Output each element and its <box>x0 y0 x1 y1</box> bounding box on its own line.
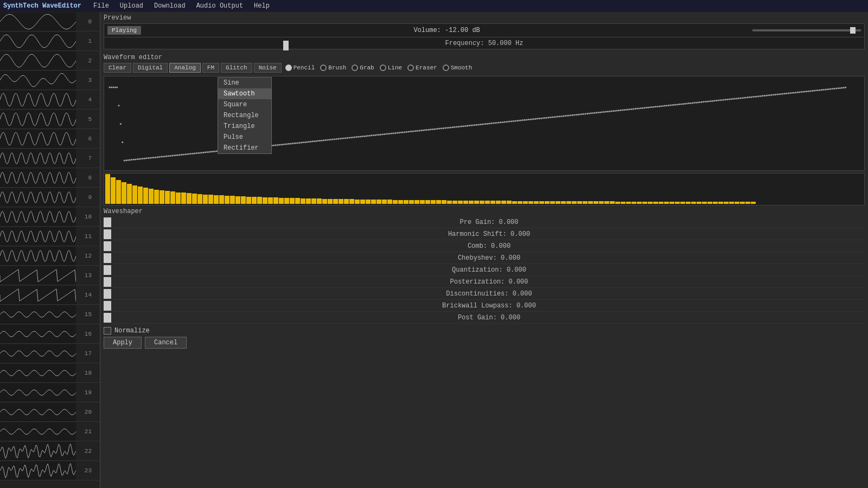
dropdown-rectangle[interactable]: Rectangle <box>218 110 271 121</box>
slider-thumb-5[interactable] <box>104 277 111 287</box>
svg-point-235 <box>542 117 544 119</box>
dropdown-square[interactable]: Square <box>218 99 271 110</box>
svg-point-237 <box>546 117 547 119</box>
svg-point-112 <box>315 140 317 142</box>
menu-help[interactable]: Help <box>250 1 274 11</box>
svg-point-18 <box>142 158 144 159</box>
volume-slider-container[interactable] <box>752 29 861 31</box>
svg-point-303 <box>668 105 669 106</box>
digital-button[interactable]: Digital <box>133 63 168 73</box>
sidebar-wave-12[interactable]: 12 <box>0 246 100 266</box>
analog-button[interactable]: Analog <box>169 63 201 73</box>
analog-dropdown[interactable]: Sine Sawtooth Square Rectangle Triangle … <box>218 77 272 154</box>
brush-radio <box>320 65 327 71</box>
harmonic-bar <box>648 202 653 204</box>
wave-svg-23 <box>0 461 76 480</box>
svg-point-321 <box>701 101 703 103</box>
tool-pencil[interactable]: Pencil <box>285 65 315 71</box>
sidebar-wave-16[interactable]: 16 <box>0 324 100 344</box>
svg-point-367 <box>786 93 787 94</box>
slider-label-2: Comb: 0.000 <box>113 242 865 250</box>
sidebar-wave-3[interactable]: 3 <box>0 70 100 90</box>
menu-download[interactable]: Download <box>150 1 190 11</box>
sidebar-wave-23[interactable]: 23 <box>0 461 100 480</box>
normalize-checkbox[interactable] <box>104 327 111 335</box>
dropdown-sine[interactable]: Sine <box>218 78 271 88</box>
slider-thumb-0[interactable] <box>104 217 111 227</box>
sidebar-wave-17[interactable]: 17 <box>0 344 100 363</box>
slider-thumb-6[interactable] <box>104 289 111 299</box>
tool-brush[interactable]: Brush <box>320 65 346 71</box>
slider-thumb-8[interactable] <box>104 313 111 323</box>
svg-point-108 <box>308 141 310 143</box>
menu-audio-output[interactable]: Audio Output <box>192 1 247 11</box>
harmonic-canvas[interactable] <box>104 173 865 206</box>
svg-point-257 <box>583 113 584 115</box>
svg-point-343 <box>742 97 743 99</box>
harmonic-bar <box>398 200 403 204</box>
svg-point-214 <box>503 121 505 123</box>
slider-thumb-1[interactable] <box>104 229 111 239</box>
sidebar-wave-0[interactable]: 0 <box>0 12 100 31</box>
svg-point-195 <box>469 125 470 126</box>
harmonic-bar <box>393 200 398 204</box>
harmonic-bar <box>577 201 582 204</box>
svg-point-290 <box>644 107 646 108</box>
harmonic-bar <box>447 201 452 204</box>
sidebar-wave-10[interactable]: 10 <box>0 207 100 227</box>
sidebar-wave-7[interactable]: 7 <box>0 149 100 168</box>
svg-point-328 <box>714 100 716 101</box>
sidebar-wave-1[interactable]: 1 <box>0 31 100 51</box>
noise-button[interactable]: Noise <box>254 63 282 73</box>
sidebar-wave-11[interactable]: 11 <box>0 227 100 246</box>
sidebar-wave-15[interactable]: 15 <box>0 305 100 324</box>
dropdown-rectifier[interactable]: Rectifier <box>218 143 271 153</box>
svg-point-212 <box>500 121 501 123</box>
tool-smooth[interactable]: Smooth <box>443 65 473 71</box>
dropdown-triangle[interactable]: Triangle <box>218 121 271 132</box>
tool-line[interactable]: Line <box>380 65 402 71</box>
slider-label-3: Chebyshev: 0.000 <box>113 254 865 262</box>
slider-label-8: Post Gain: 0.000 <box>113 314 865 322</box>
sidebar-wave-18[interactable]: 18 <box>0 363 100 383</box>
svg-point-9 <box>125 159 127 161</box>
sidebar-wave-4[interactable]: 4 <box>0 90 100 110</box>
svg-point-378 <box>806 91 808 92</box>
apply-button[interactable]: Apply <box>104 337 142 349</box>
dropdown-sawtooth[interactable]: Sawtooth <box>218 88 271 99</box>
sidebar-wave-2[interactable]: 2 <box>0 51 100 70</box>
slider-thumb-7[interactable] <box>104 301 111 311</box>
menu-file[interactable]: File <box>89 1 113 11</box>
sidebar-wave-8[interactable]: 8 <box>0 168 100 188</box>
sidebar-wave-21[interactable]: 21 <box>0 422 100 441</box>
sidebar-wave-14[interactable]: 14 <box>0 285 100 305</box>
volume-slider[interactable] <box>752 29 861 31</box>
sidebar-wave-6[interactable]: 6 <box>0 129 100 149</box>
sidebar-wave-13[interactable]: 13 <box>0 266 100 285</box>
tool-eraser[interactable]: Eraser <box>407 65 437 71</box>
svg-point-32 <box>168 155 169 157</box>
menu-upload[interactable]: Upload <box>116 1 148 11</box>
svg-point-143 <box>373 134 374 136</box>
svg-point-281 <box>627 108 629 110</box>
slider-thumb-3[interactable] <box>104 253 111 263</box>
smooth-radio <box>443 65 449 71</box>
dropdown-pulse[interactable]: Pulse <box>218 132 271 143</box>
glitch-button[interactable]: Glitch <box>221 63 252 73</box>
sidebar-wave-20[interactable]: 20 <box>0 402 100 422</box>
sidebar-wave-9[interactable]: 9 <box>0 188 100 207</box>
svg-point-272 <box>610 111 612 112</box>
svg-point-189 <box>457 126 459 127</box>
slider-thumb-4[interactable] <box>104 265 111 275</box>
clear-button[interactable]: Clear <box>104 63 131 73</box>
slider-thumb-2[interactable] <box>104 241 111 251</box>
svg-point-304 <box>669 105 671 106</box>
harmonic-bar <box>371 200 376 204</box>
sidebar-wave-19[interactable]: 19 <box>0 383 100 402</box>
cancel-button[interactable]: Cancel <box>145 337 187 349</box>
sidebar-wave-22[interactable]: 22 <box>0 441 100 461</box>
svg-point-142 <box>371 134 372 136</box>
sidebar-wave-5[interactable]: 5 <box>0 110 100 129</box>
fm-button[interactable]: FM <box>202 63 219 73</box>
tool-grab[interactable]: Grab <box>352 65 374 71</box>
